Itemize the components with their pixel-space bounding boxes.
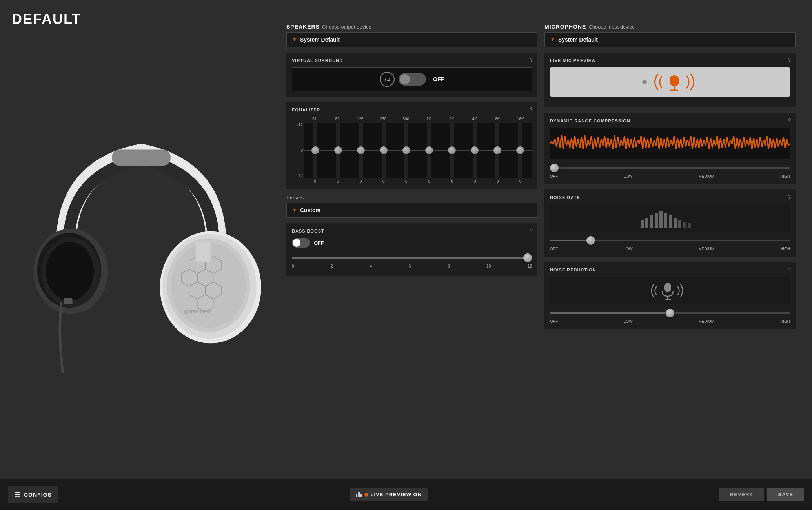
bass-slider-thumb[interactable] (523, 253, 532, 262)
configs-icon: ☰ (15, 490, 21, 499)
noise-gate-labels: OFF LOW MEDIUM HIGH (550, 247, 790, 251)
live-mic-preview-panel: LIVE MIC PREVIEW ? (544, 53, 796, 107)
noise-reduction-help[interactable]: ? (788, 267, 791, 272)
drc-slider-labels: OFF LOW MEDIUM HIGH (550, 174, 790, 178)
svg-rect-21 (659, 211, 663, 228)
eq-y-0: 0 (292, 148, 303, 153)
eq-bars (304, 123, 532, 178)
bass-off-label: OFF (314, 240, 324, 246)
svg-point-11 (46, 242, 94, 301)
drc-slider-container: OFF LOW MEDIUM HIGH (550, 163, 790, 178)
surround-toggle-knob (400, 74, 410, 84)
eq-bar-10 (510, 123, 530, 178)
speakers-dropdown[interactable]: ▼ System Default (286, 32, 537, 47)
speakers-label: SPEAKERS (286, 24, 320, 30)
eq-knob-2[interactable] (334, 146, 342, 154)
eq-value-labels: 0 0 0 0 0 0 0 0 0 0 (304, 179, 532, 184)
drc-label-low: LOW (624, 174, 633, 178)
drc-label-high: HIGH (780, 174, 790, 178)
virtual-surround-help[interactable]: ? (530, 57, 533, 63)
bass-slider-labels: 0 2 4 6 8 10 12 (292, 264, 532, 268)
microphone-sublabel: Choose input device (588, 24, 635, 30)
save-button[interactable]: SAVE (767, 488, 804, 501)
drc-panel: DYNAMIC RANGE COMPRESSION ? (544, 113, 796, 184)
bass-boost-title: BASS BOOST (292, 229, 532, 233)
noise-red-high: HIGH (780, 319, 790, 324)
presets-dropdown[interactable]: ▼ Custom (286, 203, 537, 218)
eq-knob-9[interactable] (493, 146, 501, 154)
surround-toggle-switch[interactable] (399, 73, 426, 86)
bass-label-2: 2 (331, 264, 333, 268)
svg-text:@steelseries: @steelseries (184, 309, 212, 314)
noise-gate-medium: MEDIUM (699, 247, 715, 251)
bass-label-10: 10 (486, 264, 491, 268)
mic-preview-box (550, 67, 790, 97)
speakers-dropdown-arrow: ▼ (292, 37, 297, 42)
noise-gate-low: LOW (624, 247, 633, 251)
eq-knob-8[interactable] (471, 146, 479, 154)
noise-red-off: OFF (550, 319, 558, 324)
eq-knob-10[interactable] (516, 146, 524, 154)
eq-knob-4[interactable] (380, 146, 388, 154)
eq-freq-500: 500 (401, 117, 411, 121)
noise-reduction-title: NOISE REDUCTION (550, 268, 790, 272)
svg-rect-9 (196, 242, 211, 262)
presets-selected: Custom (300, 207, 320, 213)
eq-knob-7[interactable] (448, 146, 456, 154)
noise-reduction-visualization (550, 277, 790, 304)
virtual-surround-panel: VIRTUAL SURROUND ? 7.1 OFF (286, 53, 537, 97)
bottom-right: REVERT SAVE (719, 488, 804, 501)
eq-knob-1[interactable] (311, 146, 319, 154)
noise-gate-help[interactable]: ? (788, 194, 791, 200)
equalizer-panel: EQUALIZER ? 31 62 125 250 500 1K 2K 4K 8… (286, 102, 537, 189)
eq-freq-31: 31 (309, 117, 320, 121)
eq-val-4: 0 (378, 179, 389, 184)
svg-rect-23 (669, 215, 672, 228)
drc-slider-row (550, 163, 790, 173)
microphone-dropdown[interactable]: ▼ System Default (544, 32, 796, 47)
eq-val-9: 0 (492, 179, 503, 184)
drc-slider-thumb[interactable] (550, 164, 559, 172)
bass-slider-row (292, 253, 532, 262)
bass-slider-track[interactable] (292, 257, 532, 259)
eq-knob-3[interactable] (357, 146, 365, 154)
headphone-image: @steelseries (0, 0, 282, 479)
configs-button[interactable]: ☰ CONFIGS (8, 486, 58, 503)
drc-label-medium: MEDIUM (699, 174, 715, 178)
eq-bar-8 (464, 123, 485, 178)
live-mic-help[interactable]: ? (788, 57, 791, 63)
eq-bar-3 (351, 123, 371, 178)
bass-boost-help[interactable]: ? (530, 228, 533, 233)
bass-boost-panel: BASS BOOST ? OFF 0 2 (286, 223, 537, 276)
svg-rect-17 (641, 220, 644, 228)
drc-help[interactable]: ? (788, 118, 791, 123)
eq-val-8: 0 (469, 179, 480, 184)
noise-gate-slider-track[interactable] (550, 240, 790, 241)
equalizer-help[interactable]: ? (530, 107, 533, 112)
eq-freq-125: 125 (355, 117, 366, 121)
eq-val-2: 0 (332, 179, 343, 184)
svg-rect-26 (683, 222, 686, 228)
svg-rect-40 (664, 283, 671, 292)
revert-button[interactable]: REVERT (719, 488, 764, 501)
bass-toggle-switch[interactable] (292, 238, 310, 248)
noise-gate-thumb[interactable] (586, 236, 595, 245)
mic-preview-dot (642, 80, 647, 84)
eq-bar-2 (328, 123, 348, 178)
presets-section: Presets ▼ Custom (286, 195, 537, 218)
eq-knob-5[interactable] (402, 146, 410, 154)
noise-reduction-thumb[interactable] (666, 309, 674, 317)
live-mic-preview-title: LIVE MIC PREVIEW (550, 58, 790, 63)
presets-label: Presets (286, 195, 537, 200)
eq-freq-1k: 1K (423, 117, 434, 121)
eq-y-12: +12 (292, 123, 303, 127)
eq-knob-6[interactable] (425, 146, 433, 154)
eq-y-minus12: -12 (292, 173, 303, 178)
noise-reduction-slider-track[interactable] (550, 312, 790, 314)
eq-val-3: 0 (355, 179, 366, 184)
live-preview-indicator[interactable]: LIVE PREVIEW ON (350, 488, 428, 501)
bass-label-8: 8 (448, 264, 450, 268)
eq-freq-16k: 16K (515, 117, 526, 121)
eq-bar-4 (373, 123, 394, 178)
drc-slider-track[interactable] (550, 167, 790, 169)
